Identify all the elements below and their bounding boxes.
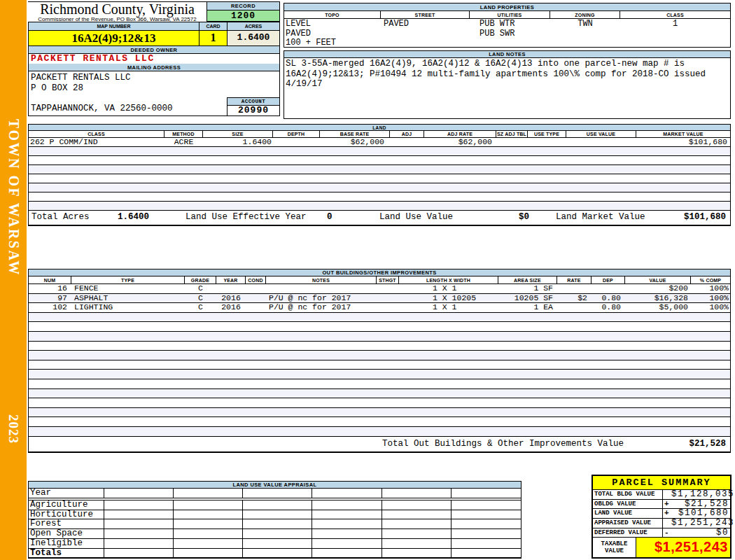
- out-building-empty-row: [29, 360, 730, 370]
- land-table: LAND CLASSMETHODSIZEDEPTHBASE RATEADJADJ…: [28, 124, 731, 226]
- out-building-row: 97ASPHALTC2016P/U @ nc for 20171 X 10205…: [29, 294, 730, 304]
- land-use-appraisal-table: LAND USE VALUE APPRAISAL YearAgriculture…: [28, 481, 522, 559]
- cell: PAVED: [284, 29, 381, 38]
- out-buildings-body: 16FENCEC1 X 11 SF$200100%97ASPHALTC2016P…: [29, 284, 730, 437]
- map-number-label: MAP NUMBER: [29, 22, 200, 31]
- cell: $200: [625, 284, 691, 293]
- parcel-summary: PARCEL SUMMARY TOTAL BLDG VALUE$1,128,03…: [592, 475, 732, 559]
- account-box: ACCOUNT 20990: [227, 97, 280, 116]
- cell: [174, 519, 243, 528]
- cell: [174, 539, 243, 548]
- cell: [174, 489, 243, 498]
- cell: [243, 549, 312, 559]
- column-header: USE VALUE: [566, 131, 636, 137]
- cell: [104, 549, 174, 559]
- column-header: USE TYPE: [528, 131, 566, 137]
- out-buildings-title: OUT BUILDINGS/OTHER IMPROVEMENTS: [29, 270, 730, 276]
- land-header-row: CLASSMETHODSIZEDEPTHBASE RATEADJADJ RATE…: [29, 131, 730, 138]
- summary-label: OBLDG VALUE: [593, 500, 663, 509]
- total-acres-label: Total Acres: [31, 211, 90, 224]
- land-notes-title: LAND NOTES: [284, 51, 730, 58]
- cell: ASPHALT: [71, 294, 185, 303]
- cell: [174, 549, 243, 559]
- land-properties-data: LEVELPAVEDPUB WTRTWN1PAVEDPUB SWR100 + F…: [284, 19, 730, 48]
- cell: LEVEL: [284, 19, 381, 29]
- summary-row: APPRAISED VALUE$1,251,243: [593, 519, 730, 528]
- cell: [312, 489, 382, 498]
- taxable-label: TAXABLE VALUE: [593, 538, 636, 557]
- cell: [216, 284, 246, 293]
- cell: [451, 500, 521, 510]
- cell: ACRE: [164, 138, 203, 146]
- appraisal-row: Forest: [29, 519, 521, 529]
- column-header: SZ ADJ TBL: [496, 131, 528, 137]
- cell: $62,000: [424, 138, 496, 146]
- cell: [243, 510, 312, 519]
- effective-year-value: 0: [327, 211, 332, 224]
- note-line: SL 3-55A-merged 16A2(4)9, 16A2(4)12 & 16…: [286, 59, 729, 69]
- cell: [243, 500, 312, 510]
- cell: [382, 519, 451, 528]
- out-building-empty-row: [29, 370, 730, 379]
- column-header: GRADE: [185, 276, 216, 284]
- cell: 100%: [691, 294, 730, 303]
- cell: [243, 539, 312, 548]
- column-header: COND: [246, 276, 266, 284]
- cell: PUB WTR: [470, 19, 550, 29]
- summary-label: LAND VALUE: [593, 509, 663, 518]
- column-header: % COMP: [691, 276, 730, 284]
- record-label: RECORD: [207, 2, 279, 10]
- cell: 1 X 10205: [399, 294, 498, 303]
- cell: [550, 38, 620, 48]
- cell: [390, 138, 424, 146]
- cell: [312, 519, 382, 528]
- summary-operator: [663, 490, 671, 499]
- cell: [620, 38, 730, 48]
- out-buildings-total-row: Total Out Buildings & Other Improvements…: [29, 437, 730, 451]
- out-building-empty-row: [29, 389, 730, 399]
- cell: $2: [557, 294, 592, 303]
- summary-row: TOTAL BLDG VALUE$1,128,035: [593, 490, 730, 500]
- cell: P/U @ nc for 2017: [266, 294, 377, 303]
- column-header: STHGT: [377, 276, 399, 284]
- cell: [496, 138, 528, 146]
- cell: [312, 549, 382, 559]
- land-notes-text: SL 3-55A-merged 16A2(4)9, 16A2(4)12 & 16…: [284, 58, 730, 90]
- note-line: 4/19/17: [286, 79, 729, 90]
- record-box: RECORD 1200: [206, 1, 280, 22]
- row-label: Totals: [29, 549, 104, 559]
- out-buildings-total-label: Total Out Buildings & Other Improvements…: [382, 437, 624, 451]
- column-header: ZONING: [550, 11, 620, 18]
- acres-label: ACRES: [227, 22, 279, 31]
- summary-operator: +: [663, 500, 671, 509]
- column-header: VALUE: [625, 276, 691, 284]
- cell: [174, 500, 243, 510]
- land-use-appraisal-title: LAND USE VALUE APPRAISAL: [29, 482, 521, 489]
- column-header: DEPTH: [273, 131, 320, 137]
- mailing-address-box: PACKETT RENTALS LLCP O BOX 28TAPPAHANNOC…: [28, 71, 280, 116]
- cell: PUB SWR: [470, 29, 550, 38]
- address-line: P O BOX 28: [31, 83, 279, 94]
- column-header: CLASS: [29, 131, 164, 137]
- out-building-empty-row: [29, 417, 730, 427]
- column-header: UTILITIES: [470, 11, 550, 18]
- cell: [246, 294, 266, 303]
- taxable-row: TAXABLE VALUE $1,251,243: [593, 538, 730, 557]
- cell: [382, 529, 451, 538]
- cell: P/U @ nc for 2017: [266, 303, 377, 312]
- out-building-empty-row: [29, 313, 730, 323]
- cell: [377, 294, 399, 303]
- cell: [382, 549, 451, 559]
- land-market-value: $101,680: [684, 211, 726, 224]
- summary-value: $0: [671, 528, 730, 538]
- summary-operator: [663, 519, 671, 528]
- cell: FENCE: [71, 284, 185, 293]
- taxable-value: $1,251,243: [636, 538, 730, 557]
- land-notes-box: LAND NOTES SL 3-55A-merged 16A2(4)9, 16A…: [284, 50, 731, 119]
- column-header: SIZE: [203, 131, 273, 137]
- land-empty-row: [29, 156, 730, 165]
- cell: [243, 489, 312, 498]
- appraisal-row: Totals: [29, 549, 521, 559]
- address-line: PACKETT RENTALS LLC: [31, 73, 279, 83]
- sidebar: TOWN OF WARSAW 2023: [0, 0, 27, 560]
